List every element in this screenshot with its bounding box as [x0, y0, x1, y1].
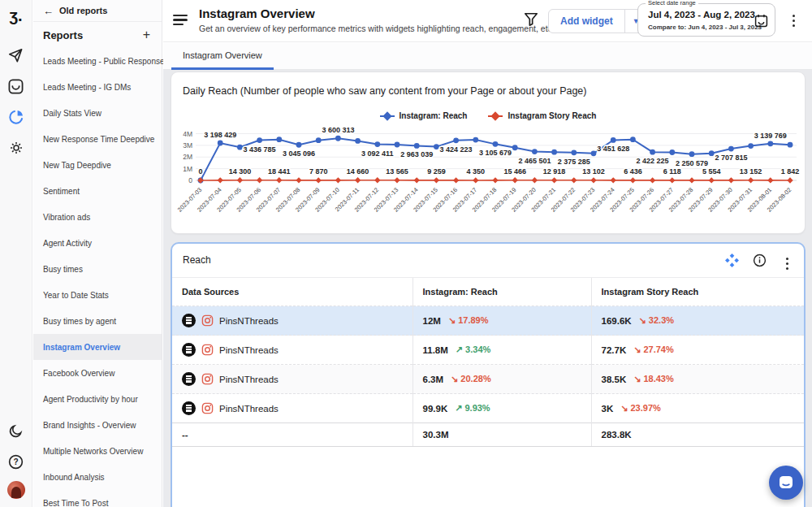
- sidebar-item-busy-times[interactable]: Busy times: [33, 256, 162, 282]
- tab-instagram-overview[interactable]: Instagram Overview: [171, 43, 274, 70]
- chat-messenger-button[interactable]: [769, 466, 803, 500]
- menu-icon[interactable]: [173, 15, 188, 26]
- daily-reach-title: Daily Reach (Number of people who saw an…: [171, 72, 805, 97]
- svg-text:0: 0: [188, 176, 192, 184]
- totals-story: 283.8K: [591, 423, 804, 447]
- filter-icon[interactable]: [523, 11, 541, 29]
- sidebar-item-vibration-ads[interactable]: Vibration ads: [33, 204, 162, 230]
- sidebar-item-daily-stats-view[interactable]: Daily Stats View: [33, 100, 162, 126]
- legend-marker-icon: [380, 113, 395, 119]
- svg-text:3M: 3M: [183, 141, 192, 150]
- profile-avatar: [182, 314, 196, 327]
- svg-text:3 436 785: 3 436 785: [244, 145, 276, 154]
- svg-text:3 198 429: 3 198 429: [204, 131, 236, 139]
- svg-text:1M: 1M: [183, 165, 192, 173]
- sidebar-item-agent-activity[interactable]: Agent Activity: [33, 230, 162, 256]
- user-avatar[interactable]: [7, 481, 25, 499]
- svg-text:3 451 628: 3 451 628: [597, 145, 629, 153]
- svg-text:13 565: 13 565: [386, 167, 408, 176]
- svg-text:3 092 411: 3 092 411: [361, 150, 394, 158]
- sidebar-item-leads-meeting-ig-dms[interactable]: Leads Meeting - IG DMs: [33, 74, 162, 100]
- svg-text:1 842: 1 842: [781, 167, 800, 176]
- analytics-pie-icon[interactable]: [6, 107, 26, 127]
- report-tabs: Instagram Overview: [163, 43, 812, 70]
- sidebar-item-multiple-networks-overview[interactable]: Multiple Networks Overview: [33, 438, 162, 464]
- page-subtitle: Get an overview of key performance metri…: [199, 24, 559, 33]
- svg-text:2 465 501: 2 465 501: [518, 157, 551, 165]
- add-report-button[interactable]: +: [143, 28, 150, 42]
- svg-text:0: 0: [198, 167, 202, 176]
- svg-text:15 466: 15 466: [503, 167, 526, 176]
- reach-table-totals-row: --30.3M283.8K: [172, 423, 804, 447]
- sidebar-item-sentiment[interactable]: Sentiment: [33, 178, 162, 204]
- move-widget-icon[interactable]: [724, 253, 739, 267]
- svg-text:3 105 679: 3 105 679: [479, 149, 512, 157]
- change-down-indicator: ↘ 20.28%: [451, 374, 491, 384]
- widget-info-icon[interactable]: [752, 253, 767, 267]
- back-to-old-reports[interactable]: ← Old reports: [33, 0, 162, 22]
- add-widget-button[interactable]: Add widget: [549, 10, 624, 32]
- svg-text:13 152: 13 152: [740, 167, 762, 176]
- help-icon[interactable]: ?: [6, 452, 26, 471]
- svg-text:2 422 225: 2 422 225: [637, 157, 669, 165]
- metric-value: 169.6K: [602, 316, 632, 326]
- widget-kebab-icon[interactable]: [780, 253, 794, 267]
- reach-table-row[interactable]: PinsNThreads11.8M↗ 3.34%72.7K↘ 27.74%: [172, 336, 804, 365]
- sidebar-item-new-response-time-deepdive[interactable]: New Response Time Deepdive: [33, 126, 162, 152]
- sidebar-item-inbound-analysis[interactable]: Inbound Analysis: [33, 464, 162, 490]
- sidebar-item-brand-insights-overview[interactable]: Brand Insights - Overview: [33, 412, 162, 438]
- sidebar-item-leads-meeting-public-responses[interactable]: Leads Meeting - Public Responses: [33, 48, 162, 74]
- reach-widget-title: Reach: [183, 254, 211, 266]
- svg-text:2 375 285: 2 375 285: [558, 158, 590, 166]
- instagram-icon: [201, 344, 214, 356]
- back-label: Old reports: [59, 6, 107, 15]
- sidebar-item-agent-productivity-by-hour[interactable]: Agent Productivity by hour: [33, 386, 162, 412]
- report-options-kebab[interactable]: [787, 13, 800, 29]
- legend-item[interactable]: Instagram: Reach: [380, 111, 468, 120]
- change-up-indicator: ↗ 9.93%: [455, 403, 490, 414]
- sidebar-item-instagram-overview[interactable]: Instagram Overview: [33, 334, 162, 360]
- reach-table-row[interactable]: PinsNThreads12M↘ 17.89%169.6K↘ 32.3%: [172, 306, 804, 336]
- totals-reach: 30.3M: [412, 423, 591, 447]
- change-down-indicator: ↘ 18.43%: [633, 374, 674, 384]
- sidebar-item-new-tag-deepdive[interactable]: New Tag Deepdive: [33, 152, 162, 178]
- sidebar-item-year-to-date-stats[interactable]: Year to Date Stats: [33, 282, 162, 308]
- change-down-indicator: ↘ 27.74%: [633, 344, 674, 355]
- publish-send-icon[interactable]: [6, 46, 26, 65]
- metric-value: 38.5K: [602, 375, 627, 384]
- profile-avatar: [182, 343, 196, 357]
- date-range-picker[interactable]: Select date range Jul 4, 2023 - Aug 2, 2…: [637, 3, 775, 37]
- svg-text:4 350: 4 350: [467, 167, 486, 176]
- report-canvas: Daily Reach (Number of people who saw an…: [163, 70, 812, 507]
- svg-text:14 660: 14 660: [347, 167, 369, 176]
- settings-gear-icon[interactable]: [6, 138, 26, 158]
- svg-text:7 870: 7 870: [309, 167, 328, 176]
- svg-text:3 139 769: 3 139 769: [754, 132, 787, 140]
- sidebar-item-busy-times-by-agent[interactable]: Busy times by agent: [33, 308, 162, 334]
- metric-value: 99.9K: [423, 404, 448, 414]
- reach-table-row[interactable]: PinsNThreads6.3M↘ 20.28%38.5K↘ 18.43%: [172, 365, 804, 394]
- legend-marker-icon: [488, 113, 503, 119]
- metric-value: 12M: [423, 316, 441, 326]
- reach-table-column-header[interactable]: Instagram Story Reach: [591, 278, 804, 306]
- date-range-value: Jul 4, 2023 - Aug 2, 2023: [648, 10, 755, 20]
- report-list: Leads Meeting - Public ResponsesLeads Me…: [33, 48, 162, 507]
- reach-table-column-header[interactable]: Data Sources: [172, 278, 412, 306]
- sidebar-item-best-time-to-post[interactable]: Best Time To Post: [33, 490, 162, 507]
- svg-text:12 918: 12 918: [543, 167, 566, 176]
- svg-text:2 963 039: 2 963 039: [400, 150, 433, 158]
- legend-item[interactable]: Instagram Story Reach: [488, 111, 596, 120]
- sidebar-item-facebook-overview[interactable]: Facebook Overview: [33, 360, 162, 386]
- legend-label: Instagram: Reach: [400, 111, 468, 120]
- reach-table-row[interactable]: PinsNThreads99.9K↗ 9.93%3K↘ 23.97%: [172, 394, 804, 423]
- metric-value: 3K: [602, 404, 614, 414]
- instagram-icon: [201, 314, 214, 327]
- inbox-icon[interactable]: [6, 76, 26, 96]
- reach-table-column-header[interactable]: Instagram: Reach: [412, 278, 591, 306]
- svg-text:3 424 223: 3 424 223: [440, 145, 473, 154]
- daily-reach-line-chart: 01M2M3M4M2023-07-032023-07-042023-07-052…: [173, 122, 805, 228]
- legend-label: Instagram Story Reach: [508, 111, 596, 120]
- dark-mode-moon-icon[interactable]: [6, 421, 26, 440]
- change-down-indicator: ↘ 17.89%: [448, 315, 489, 326]
- reach-table-widget[interactable]: Reach Data SourcesInstagram: Reac: [171, 242, 806, 507]
